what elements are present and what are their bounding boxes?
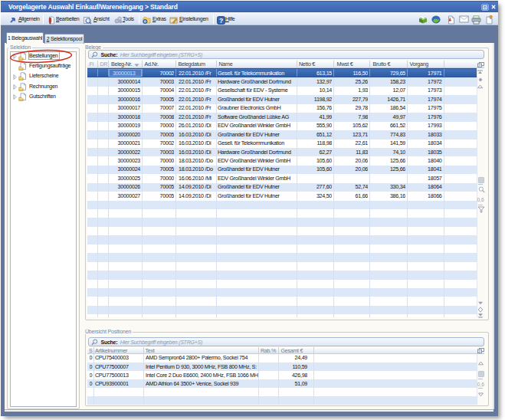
svg-text:?: ?: [219, 17, 223, 25]
